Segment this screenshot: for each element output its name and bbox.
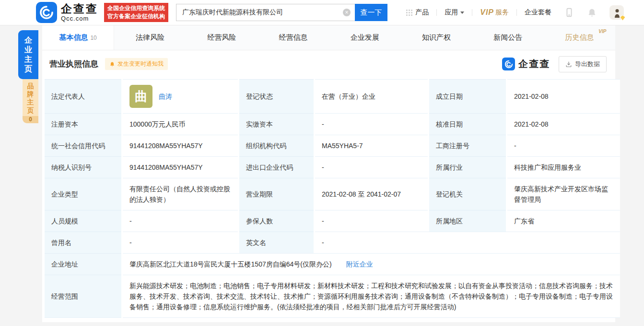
field-value: 91441208MA55YHA57Y: [123, 156, 238, 178]
nav-enterprise-packages-label: 企业套餐: [525, 8, 551, 17]
nav-enterprise-packages[interactable]: 企业套餐: [525, 8, 551, 17]
user-avatar[interactable]: [609, 5, 624, 20]
field-label: 纳税人识别号: [45, 156, 121, 178]
sidebar-tab-company-home[interactable]: 企业主页: [18, 30, 38, 79]
field-value: 新兴能源技术研发；电池制造；电池销售；电子专用材料研发；新材料技术研发；工程和技…: [123, 275, 620, 318]
notify-on-change-button[interactable]: 发生变更时通知我: [105, 58, 168, 70]
sidebar-tab-brand-label: 品牌主页: [23, 79, 38, 116]
tab-label: 基本信息: [59, 33, 88, 42]
nav-products[interactable]: 产品: [406, 8, 429, 17]
nav-divider: [472, 9, 472, 16]
notifications-bell-icon[interactable]: [587, 8, 597, 18]
table-row: 人员规模-参保人数-所属地区广东省: [45, 210, 620, 232]
sidebar-tab-brand-home[interactable]: 品牌主页 0: [23, 79, 38, 123]
field-value-text: MA55YHA5-7: [322, 142, 363, 150]
field-label: 登记机关: [429, 178, 506, 210]
qcc-watermark-icon: [502, 58, 515, 70]
qcc-logo-icon[interactable]: [36, 2, 57, 23]
table-row: 企业地址肇庆高新区北江大道18号富民大厦十五楼1507房自编64号(仅限办公)附…: [45, 253, 620, 275]
field-label: 工商注册号: [429, 135, 506, 156]
tab-label: 企业发展: [351, 33, 379, 42]
bell-icon: [109, 61, 115, 67]
license-table-body: 法定代表人曲曲涛登记状态在营（开业）企业成立日期2021-02-08注册资本10…: [45, 79, 620, 318]
field-label: 所属地区: [429, 210, 506, 232]
nearby-companies-link[interactable]: 附近企业: [346, 260, 373, 268]
field-label: 实缴资本: [239, 113, 314, 135]
field-value: 科技推广和应用服务业: [507, 156, 620, 178]
field-value-text: -: [322, 239, 324, 246]
field-label: 所属行业: [429, 156, 506, 178]
tab-news-announcements[interactable]: 新闻公告: [472, 25, 544, 50]
field-value-text: -: [129, 239, 132, 246]
tab-company-development[interactable]: 企业发展: [329, 25, 400, 50]
field-value-text: 2021-02-08: [514, 120, 549, 128]
field-label: 企业地址: [45, 253, 121, 275]
field-label: 组织机构代码: [239, 135, 314, 156]
field-value: -: [123, 210, 238, 232]
field-value: 100000万元人民币: [123, 113, 238, 135]
nav-products-label: 产品: [415, 8, 429, 17]
chevron-down-icon: [460, 12, 464, 14]
tab-legal-risk[interactable]: 法律风险: [114, 25, 186, 50]
brand-name: 企查查: [61, 3, 98, 15]
field-value-text: -: [129, 217, 132, 225]
field-value-text: 2021-02-08 至 2041-02-07: [322, 190, 401, 198]
brand-text[interactable]: 企查查 Qcc.com: [61, 3, 98, 22]
field-label: 英文名: [239, 232, 314, 253]
field-value: -: [315, 156, 428, 178]
tab-history-info[interactable]: 历史信息 VIP: [544, 25, 615, 50]
tab-basic-info[interactable]: 基本信息 10: [42, 25, 114, 50]
tab-count: 10: [90, 35, 96, 41]
field-label: 法定代表人: [45, 79, 121, 113]
search-button[interactable]: 查一下: [355, 4, 387, 21]
nav-vip-label: 服务: [495, 8, 509, 17]
field-value: -: [123, 232, 238, 253]
field-label: 进出口企业代码: [239, 156, 314, 178]
field-label: 参保人数: [239, 210, 314, 232]
tab-label: 经营风险: [207, 33, 236, 42]
notify-on-change-label: 发生变更时通知我: [117, 60, 164, 68]
field-label: 人员规模: [45, 210, 121, 232]
nav-vip-services[interactable]: VIP 服务: [480, 8, 509, 17]
vip-logo: VIP: [480, 8, 494, 17]
field-value-text: 肇庆高新技术产业开发区市场监督管理局: [514, 185, 608, 203]
search-bar: × 查一下: [176, 4, 387, 21]
field-value-text: 91441208MA55YHA57Y: [129, 142, 203, 150]
table-row: 曾用名-英文名-: [45, 232, 620, 253]
field-value: 肇庆高新区北江大道18号富民大厦十五楼1507房自编64号(仅限办公)附近企业: [123, 253, 620, 275]
tab-label: 经营信息: [279, 33, 307, 42]
top-header: 企查查 Qcc.com 全国企业信用查询系统 官方备案企业征信机构 × 查一下 …: [0, 0, 644, 25]
table-row: 经营范围新兴能源技术研发；电池制造；电池销售；电子专用材料研发；新材料技术研发；…: [45, 275, 620, 318]
field-value: MA55YHA5-7: [315, 135, 428, 156]
qcc-spiral-icon: [38, 4, 55, 21]
table-row: 注册资本100000万元人民币实缴资本-核准日期2021-02-08: [45, 113, 620, 135]
section-header: 营业执照信息 发生变更时通知我 企查查: [42, 50, 615, 78]
legal-rep-avatar[interactable]: 曲: [129, 85, 152, 108]
table-row: 法定代表人曲曲涛登记状态在营（开业）企业成立日期2021-02-08: [45, 79, 620, 113]
credential-badge-line2: 官方备案企业征信机构: [107, 12, 165, 21]
field-label: 统一社会信用代码: [45, 135, 121, 156]
legal-rep-link[interactable]: 曲涛: [159, 91, 172, 102]
license-table: 法定代表人曲曲涛登记状态在营（开业）企业成立日期2021-02-08注册资本10…: [43, 79, 621, 318]
tab-label: 历史信息: [565, 33, 594, 42]
export-data-label: 导出数据: [575, 60, 600, 69]
mobile-app-icon[interactable]: [564, 7, 574, 18]
tab-strip: 基本信息 10 法律风险 经营风险 经营信息 企业发展 知识产权 新闻公告 历史…: [42, 25, 615, 50]
field-label: 营业期限: [239, 178, 314, 210]
field-label: 注册资本: [45, 113, 121, 135]
field-value: 91441208MA55YHA57Y: [123, 135, 238, 156]
export-data-button[interactable]: 导出数据: [559, 56, 607, 72]
nav-apps[interactable]: 应用: [445, 8, 464, 17]
field-value: -: [507, 135, 620, 156]
brand-domain: Qcc.com: [61, 15, 98, 22]
tab-operation-risk[interactable]: 经营风险: [186, 25, 258, 50]
main-content: 基本信息 10 法律风险 经营风险 经营信息 企业发展 知识产权 新闻公告 历史…: [42, 25, 615, 322]
field-value: 2021-02-08: [507, 79, 620, 113]
search-input[interactable]: [176, 4, 355, 21]
tab-intellectual-property[interactable]: 知识产权: [400, 25, 472, 50]
field-value-text: 有限责任公司（自然人投资或控股的法人独资）: [129, 185, 230, 203]
field-label: 企业类型: [45, 178, 121, 210]
tab-operation-info[interactable]: 经营信息: [258, 25, 329, 50]
page-title: 营业执照信息: [49, 58, 98, 70]
clear-search-icon[interactable]: ×: [343, 9, 351, 16]
